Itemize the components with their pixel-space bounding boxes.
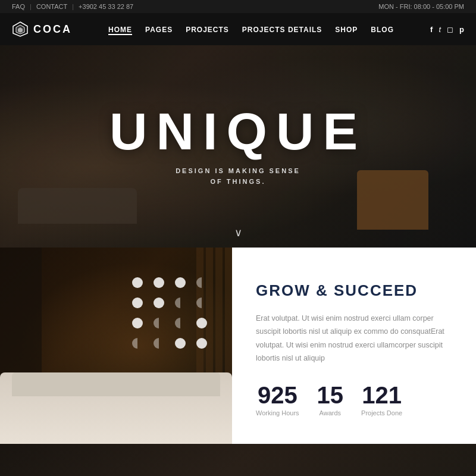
faq-link[interactable]: FAQ — [12, 3, 25, 10]
nav-projects[interactable]: PROJECTS — [186, 24, 229, 35]
top-bar-left: FAQ | CONTACT | +3902 45 33 22 87 — [12, 3, 133, 10]
top-bar-hours: MON - FRI: 08:00 - 05:00 PM — [378, 3, 464, 10]
sofa-back-decoration — [12, 372, 220, 396]
dots-decoration — [132, 277, 208, 349]
stat-number-925: 925 — [256, 383, 299, 407]
stat-number-121: 121 — [361, 383, 402, 407]
section-title: GROW & SUCCEED — [256, 281, 452, 300]
nav-blog[interactable]: BLOG — [371, 24, 394, 35]
contact-link[interactable]: CONTACT — [36, 3, 67, 10]
hero-content: UNIQUE DESIGN IS MAKING SENSE OF THINGS. — [0, 45, 476, 248]
bottom-teaser-background — [0, 444, 476, 476]
brand-name: COCA — [33, 23, 72, 36]
facebook-icon[interactable]: f — [430, 25, 433, 34]
nav-shop[interactable]: SHOP — [335, 24, 358, 35]
stats-row: 925 Working Hours 15 Awards 121 Projects… — [256, 383, 452, 416]
social-links: f t ◻ p — [430, 25, 464, 34]
stat-label-projects: Projects Done — [361, 409, 402, 416]
hero-section: UNIQUE DESIGN IS MAKING SENSE OF THINGS.… — [0, 45, 476, 248]
sofa-decoration — [0, 372, 232, 444]
brand-logo[interactable]: COCA — [12, 21, 72, 37]
bottom-teaser — [0, 444, 476, 476]
logo-icon — [12, 21, 29, 37]
stat-projects: 121 Projects Done — [361, 383, 402, 416]
nav-projects-details[interactable]: PROJECTS DETAILS — [242, 24, 322, 35]
hero-title: UNIQUE — [109, 105, 367, 158]
navbar: COCA HOME PAGES PROJECTS PROJECTS DETAIL… — [0, 13, 476, 45]
nav-pages[interactable]: PAGES — [145, 24, 173, 35]
top-bar: FAQ | CONTACT | +3902 45 33 22 87 MON - … — [0, 0, 476, 13]
middle-image — [0, 248, 232, 444]
stat-label-awards: Awards — [317, 409, 344, 416]
stat-working-hours: 925 Working Hours — [256, 383, 299, 416]
hero-scroll-arrow[interactable]: ∨ — [234, 226, 242, 239]
stat-awards: 15 Awards — [317, 383, 344, 416]
stat-number-15: 15 — [317, 383, 344, 407]
middle-content: GROW & SUCCEED Erat volutpat. Ut wisi en… — [232, 248, 476, 444]
stat-label-working-hours: Working Hours — [256, 409, 299, 416]
nav-links: HOME PAGES PROJECTS PROJECTS DETAILS SHO… — [108, 24, 394, 35]
sep1: | — [30, 3, 32, 10]
sep2: | — [72, 3, 74, 10]
phone-number: +3902 45 33 22 87 — [79, 3, 133, 10]
twitter-icon[interactable]: t — [439, 25, 441, 34]
hero-subtitle: DESIGN IS MAKING SENSE OF THINGS. — [176, 166, 300, 187]
nav-home[interactable]: HOME — [108, 24, 132, 35]
instagram-icon[interactable]: ◻ — [447, 25, 453, 34]
middle-section: GROW & SUCCEED Erat volutpat. Ut wisi en… — [0, 248, 476, 444]
section-text: Erat volutpat. Ut wisi enim nostrud exer… — [256, 312, 452, 365]
pinterest-icon[interactable]: p — [459, 25, 464, 34]
